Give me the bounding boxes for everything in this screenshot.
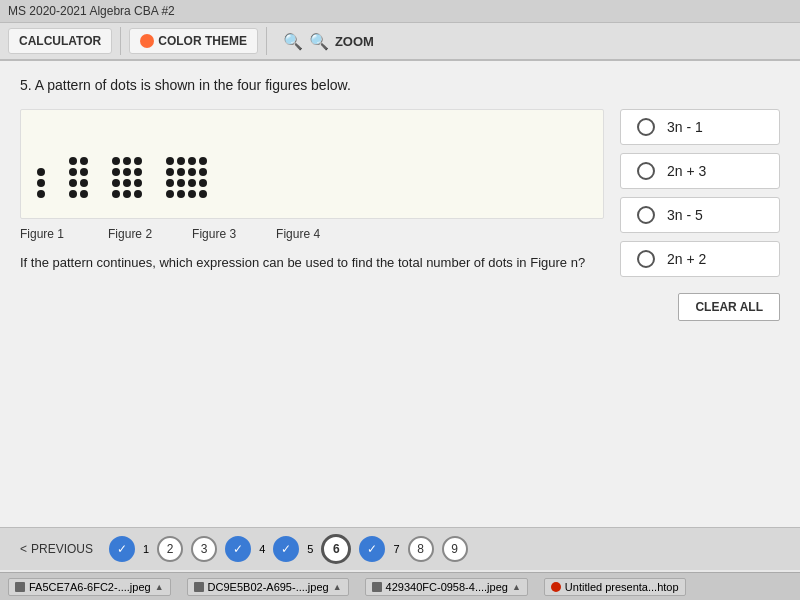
dot bbox=[69, 157, 77, 165]
download-arrow-3: ▲ bbox=[512, 582, 521, 592]
follow-up-text: If the pattern continues, which expressi… bbox=[20, 255, 585, 270]
color-theme-button[interactable]: COLOR THEME bbox=[129, 28, 258, 54]
dot bbox=[69, 190, 77, 198]
dot bbox=[188, 179, 196, 187]
dot bbox=[134, 190, 142, 198]
nav-item-2[interactable]: 2 bbox=[157, 536, 183, 562]
status-item-4[interactable]: Untitled presenta...htop bbox=[544, 578, 686, 596]
title-bar: MS 2020-2021 Algebra CBA #2 bbox=[0, 0, 800, 23]
dot bbox=[166, 168, 174, 176]
dot bbox=[134, 179, 142, 187]
dot bbox=[177, 179, 185, 187]
figure-2-dots bbox=[69, 157, 88, 198]
nav-number-1: 1 bbox=[143, 543, 149, 555]
nav-item-3[interactable]: 3 bbox=[191, 536, 217, 562]
file-icon-3 bbox=[372, 582, 382, 592]
nav-number-5: 5 bbox=[307, 543, 313, 555]
answer-option-4[interactable]: 2n + 2 bbox=[620, 241, 780, 277]
dot bbox=[199, 157, 207, 165]
dot bbox=[123, 190, 131, 198]
question-body: Figure 1 Figure 2 Figure 3 Figure 4 If t… bbox=[20, 109, 780, 519]
nav-item-4[interactable]: ✓ bbox=[225, 536, 251, 562]
dot bbox=[112, 179, 120, 187]
answer-option-3[interactable]: 3n - 5 bbox=[620, 197, 780, 233]
bottom-nav: < PREVIOUS ✓ 1 2 3 ✓ 4 ✓ 5 6 ✓ 7 8 9 bbox=[0, 527, 800, 570]
nav-check-icon-5: ✓ bbox=[281, 542, 291, 556]
dot bbox=[112, 157, 120, 165]
dot bbox=[112, 190, 120, 198]
color-theme-icon bbox=[140, 34, 154, 48]
nav-item-1[interactable]: ✓ bbox=[109, 536, 135, 562]
figure-1-group bbox=[37, 168, 45, 202]
dot bbox=[123, 168, 131, 176]
nav-number-4: 4 bbox=[259, 543, 265, 555]
nav-item-6[interactable]: 6 bbox=[321, 534, 351, 564]
nav-label-9: 9 bbox=[451, 542, 458, 556]
answer-choices: 3n - 1 2n + 3 3n - 5 2n + 2 CLEAR ALL bbox=[620, 109, 780, 519]
answer-option-1[interactable]: 3n - 1 bbox=[620, 109, 780, 145]
status-item-3[interactable]: 429340FC-0958-4....jpeg ▲ bbox=[365, 578, 528, 596]
nav-item-8[interactable]: 8 bbox=[408, 536, 434, 562]
figure-4-group bbox=[166, 157, 207, 202]
radio-4[interactable] bbox=[637, 250, 655, 268]
clear-all-button[interactable]: CLEAR ALL bbox=[678, 293, 780, 321]
dot bbox=[199, 168, 207, 176]
nav-label-6: 6 bbox=[333, 542, 340, 556]
dot bbox=[69, 179, 77, 187]
question-expression: If the pattern continues, which expressi… bbox=[20, 253, 604, 273]
previous-label: PREVIOUS bbox=[31, 542, 93, 556]
question-text: 5. A pattern of dots is shown in the fou… bbox=[20, 77, 780, 93]
figure-labels: Figure 1 Figure 2 Figure 3 Figure 4 bbox=[20, 227, 604, 241]
zoom-label: ZOOM bbox=[335, 34, 374, 49]
answer-text-3: 3n - 5 bbox=[667, 207, 703, 223]
question-number: 5. bbox=[20, 77, 32, 93]
figure-4-dots bbox=[166, 157, 207, 198]
status-filename-1: FA5CE7A6-6FC2-....jpeg bbox=[29, 581, 151, 593]
dot bbox=[188, 190, 196, 198]
dot bbox=[123, 157, 131, 165]
figure-1-label: Figure 1 bbox=[20, 227, 64, 241]
nav-label-3: 3 bbox=[201, 542, 208, 556]
figure-2-label: Figure 2 bbox=[108, 227, 152, 241]
zoom-in-icon[interactable]: 🔍 bbox=[309, 32, 329, 51]
status-filename-4: Untitled presenta...htop bbox=[565, 581, 679, 593]
dot bbox=[123, 179, 131, 187]
dot bbox=[177, 157, 185, 165]
dots-container bbox=[20, 109, 604, 219]
nav-item-7[interactable]: ✓ bbox=[359, 536, 385, 562]
radio-2[interactable] bbox=[637, 162, 655, 180]
toolbar-divider-1 bbox=[120, 27, 121, 55]
previous-button[interactable]: < PREVIOUS bbox=[12, 538, 101, 560]
dot bbox=[69, 168, 77, 176]
status-item-2[interactable]: DC9E5B02-A695-....jpeg ▲ bbox=[187, 578, 349, 596]
status-filename-3: 429340FC-0958-4....jpeg bbox=[386, 581, 508, 593]
nav-check-icon-4: ✓ bbox=[233, 542, 243, 556]
answer-text-1: 3n - 1 bbox=[667, 119, 703, 135]
radio-1[interactable] bbox=[637, 118, 655, 136]
nav-check-icon-7: ✓ bbox=[367, 542, 377, 556]
dot bbox=[177, 190, 185, 198]
zoom-out-icon[interactable]: 🔍 bbox=[283, 32, 303, 51]
figure-4-label: Figure 4 bbox=[276, 227, 320, 241]
dot bbox=[199, 190, 207, 198]
dot bbox=[80, 157, 88, 165]
question-body-text: A pattern of dots is shown in the four f… bbox=[35, 77, 351, 93]
answer-text-2: 2n + 3 bbox=[667, 163, 706, 179]
calculator-button[interactable]: CALCULATOR bbox=[8, 28, 112, 54]
dot bbox=[37, 190, 45, 198]
nav-item-9[interactable]: 9 bbox=[442, 536, 468, 562]
status-item-1[interactable]: FA5CE7A6-6FC2-....jpeg ▲ bbox=[8, 578, 171, 596]
file-icon-2 bbox=[194, 582, 204, 592]
figure-1-dots bbox=[37, 168, 45, 198]
zoom-group: 🔍 🔍 ZOOM bbox=[275, 28, 382, 55]
answer-option-2[interactable]: 2n + 3 bbox=[620, 153, 780, 189]
dot bbox=[134, 168, 142, 176]
nav-item-5[interactable]: ✓ bbox=[273, 536, 299, 562]
file-icon-1 bbox=[15, 582, 25, 592]
radio-3[interactable] bbox=[637, 206, 655, 224]
dot bbox=[188, 157, 196, 165]
nav-check-icon-1: ✓ bbox=[117, 542, 127, 556]
dot bbox=[177, 168, 185, 176]
main-content: 5. A pattern of dots is shown in the fou… bbox=[0, 61, 800, 535]
status-bar: FA5CE7A6-6FC2-....jpeg ▲ DC9E5B02-A695-.… bbox=[0, 572, 800, 600]
